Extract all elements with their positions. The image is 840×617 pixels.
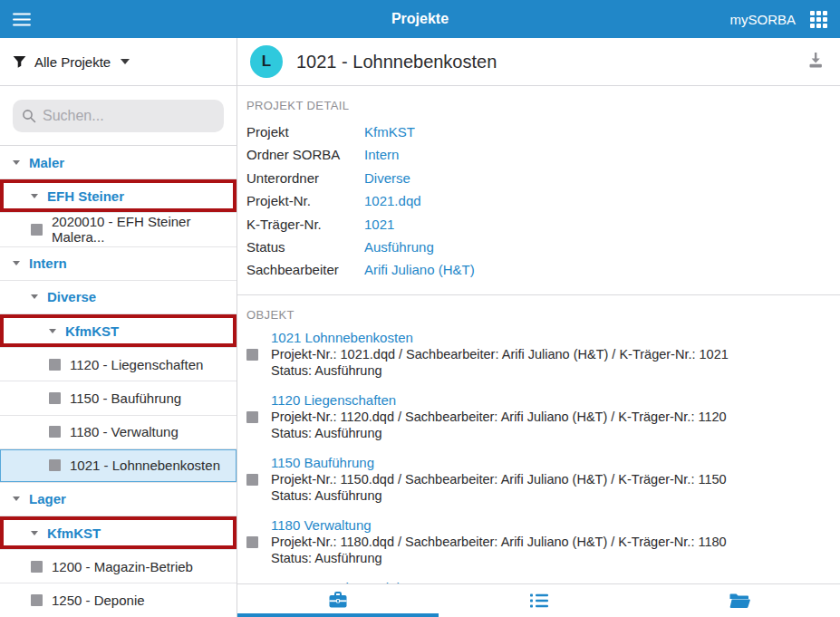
objekt-square-icon: [246, 474, 258, 486]
objekt-square-icon: [246, 536, 258, 548]
detail-row: K-Träger-Nr.1021: [246, 213, 840, 236]
detail-row: StatusAusführung: [246, 236, 840, 258]
detail-row: Projekt-Nr.1021.dqd: [246, 189, 840, 212]
search-area: [0, 86, 237, 145]
detail-row: ProjektKfmKST: [246, 121, 840, 143]
detail-label: Projekt-Nr.: [246, 189, 364, 212]
main-panel: L 1021 - Lohnnebenkosten PROJEKT DETAIL …: [237, 38, 840, 617]
tab-projects[interactable]: [237, 584, 439, 617]
tree-project-6[interactable]: 1120 - Liegenschaften: [0, 348, 237, 381]
objekt-meta: Projekt-Nr.: 1150.dqd / Sachbearbeiter: …: [271, 471, 727, 487]
list-icon: [529, 593, 549, 609]
tree-item-label: Maler: [29, 155, 64, 170]
toolbox-icon: [327, 591, 349, 611]
chevron-down-icon: [31, 194, 38, 198]
objekt-square-icon: [246, 411, 258, 423]
objekt-item: 1021 LohnnebenkostenProjekt-Nr.: 1021.dq…: [246, 330, 840, 379]
detail-label: Sachbearbeiter: [246, 258, 364, 281]
tab-list[interactable]: [439, 584, 640, 617]
detail-label: Projekt: [246, 121, 364, 143]
detail-value-link[interactable]: Ausführung: [364, 236, 434, 258]
objekt-item: 1180 VerwaltungProjekt-Nr.: 1180.dqd / S…: [246, 517, 840, 566]
detail-rows: ProjektKfmKSTOrdner SORBAInternUnterordn…: [246, 121, 840, 282]
objekt-status: Status: Ausführung: [271, 487, 727, 504]
project-filter-dropdown[interactable]: Alle Projekte: [0, 38, 237, 86]
download-icon[interactable]: [806, 51, 826, 72]
page-title: Projekte: [0, 11, 840, 27]
detail-row: UnterordnerDiverse: [246, 167, 840, 189]
objekt-title-link[interactable]: 1180 Verwaltung: [271, 517, 727, 534]
tree-project-9[interactable]: 1021 - Lohnnebenkosten: [0, 449, 237, 483]
tree-item-label: Intern: [29, 255, 67, 271]
tree-folder-1[interactable]: EFH Steiner: [0, 179, 237, 213]
detail-value-link[interactable]: KfmKST: [364, 121, 415, 143]
project-title: 1021 - Lohnnebenkosten: [296, 52, 497, 72]
tree-folder-3[interactable]: Intern: [0, 247, 237, 281]
tree-folder-5[interactable]: KfmKST: [0, 314, 237, 348]
chevron-down-icon: [13, 261, 20, 265]
tree-item-label: 1250 - Deponie: [52, 593, 145, 608]
project-square-icon: [49, 359, 61, 371]
tree-folder-10[interactable]: Lager: [0, 483, 237, 516]
detail-row: SachbearbeiterArifi Juliano (H&T): [246, 258, 840, 281]
topbar: Projekte mySORBA: [0, 0, 840, 38]
objekt-meta: Projekt-Nr.: 1180.dqd / Sachbearbeiter: …: [271, 534, 727, 550]
detail-label: Ordner SORBA: [246, 143, 364, 166]
folder-icon: [729, 593, 750, 610]
objekt-title-link[interactable]: 1120 Liegenschaften: [271, 392, 727, 409]
apps-grid-icon[interactable]: [810, 11, 827, 28]
project-square-icon: [49, 392, 61, 404]
detail-label: Unterordner: [246, 167, 364, 189]
tree-item-label: Lager: [29, 491, 66, 506]
tab-folders[interactable]: [639, 584, 840, 617]
tree-project-7[interactable]: 1150 - Bauführung: [0, 381, 237, 415]
avatar: L: [250, 45, 283, 78]
project-square-icon: [49, 459, 61, 471]
app-window: Projekte mySORBA Alle Projekte: [0, 0, 840, 617]
objekt-title-link[interactable]: 1150 Bauführung: [271, 455, 727, 471]
filter-funnel-icon: [13, 55, 26, 69]
tree-folder-0[interactable]: Maler: [0, 146, 237, 179]
project-tree: MalerEFH Steiner2020010 - EFH Steiner Ma…: [0, 145, 237, 617]
objekt-meta: Projekt-Nr.: 1120.dqd / Sachbearbeiter: …: [271, 409, 727, 425]
detail-label: Status: [246, 236, 364, 258]
detail-value-link[interactable]: Diverse: [364, 167, 410, 189]
tree-item-label: 1180 - Verwaltung: [70, 424, 179, 439]
search-input[interactable]: [43, 108, 215, 124]
objekt-meta: Projekt-Nr.: 1021.dqd / Sachbearbeiter: …: [271, 346, 729, 362]
detail-value-link[interactable]: Intern: [364, 143, 399, 166]
tree-project-2[interactable]: 2020010 - EFH Steiner Malera...: [0, 213, 237, 246]
tree-project-8[interactable]: 1180 - Verwaltung: [0, 416, 237, 449]
chevron-down-icon: [31, 531, 38, 535]
tree-item-label: Diverse: [47, 289, 96, 304]
account-label[interactable]: mySORBA: [729, 12, 796, 27]
search-icon: [22, 109, 36, 123]
objekt-item: 1120 LiegenschaftenProjekt-Nr.: 1120.dqd…: [246, 392, 840, 441]
objekt-status: Status: Ausführung: [271, 550, 727, 566]
menu-icon[interactable]: [13, 13, 31, 26]
detail-section-title: PROJEKT DETAIL: [246, 99, 840, 112]
tree-project-12[interactable]: 1200 - Magazin-Betrieb: [0, 550, 237, 583]
detail-value-link[interactable]: 1021.dqd: [364, 189, 421, 212]
tree-item-label: 1200 - Magazin-Betrieb: [52, 559, 193, 574]
tree-folder-4[interactable]: Diverse: [0, 281, 237, 314]
tree-item-label: 2020010 - EFH Steiner Malera...: [52, 214, 237, 245]
section-divider: [237, 294, 840, 295]
chevron-down-icon: [31, 294, 38, 299]
objekt-section-title: OBJEKT: [246, 308, 840, 322]
project-square-icon: [31, 224, 43, 236]
tree-item-label: 1021 - Lohnnebenkosten: [70, 458, 220, 473]
chevron-down-icon: [13, 160, 20, 165]
tree-folder-11[interactable]: KfmKST: [0, 516, 237, 550]
objekt-item: 1150 BauführungProjekt-Nr.: 1150.dqd / S…: [246, 455, 840, 504]
sidebar: Alle Projekte MalerEFH Steiner2020010 - …: [0, 38, 237, 617]
project-square-icon: [31, 594, 43, 606]
tree-project-13[interactable]: 1250 - Deponie: [0, 583, 237, 617]
tree-item-label: 1150 - Bauführung: [70, 390, 181, 406]
tree-item-label: 1120 - Liegenschaften: [70, 357, 203, 372]
objekt-title-link[interactable]: 1021 Lohnnebenkosten: [271, 330, 729, 346]
detail-value-link[interactable]: 1021: [364, 213, 394, 236]
objekt-status: Status: Ausführung: [271, 425, 727, 441]
detail-value-link[interactable]: Arifi Juliano (H&T): [364, 258, 475, 281]
chevron-down-icon: [121, 59, 130, 64]
